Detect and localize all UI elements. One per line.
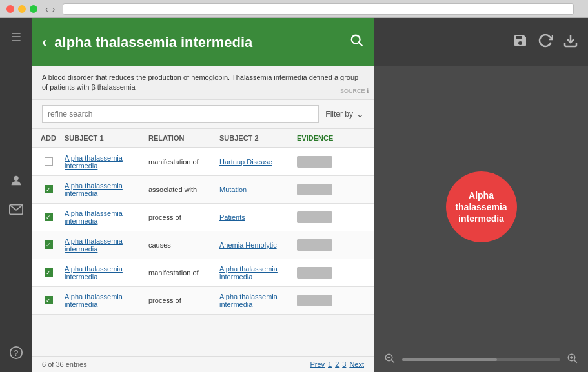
back-nav-button[interactable]: ‹ — [45, 4, 48, 14]
subject1-link-2[interactable]: Alpha thalassemia intermedia — [65, 182, 123, 197]
evidence-6 — [294, 293, 345, 308]
subject2-link-4[interactable]: Anemia Hemolytic — [219, 241, 277, 249]
evidence-5 — [294, 265, 345, 280]
table-row: Alpha thalassemia intermedia manifestati… — [32, 148, 374, 176]
right-panel: Alpha thalassemia intermedia — [374, 18, 588, 372]
subject1-link-3[interactable]: Alpha thalassemia intermedia — [65, 210, 123, 225]
pagination-bar: 6 of 36 entries Prev 1 2 3 Next — [32, 356, 374, 372]
row-checkbox-1[interactable] — [35, 155, 61, 168]
table-row: Alpha thalassemia intermedia manifestati… — [32, 259, 374, 287]
relation-4: causes — [145, 239, 216, 251]
left-header: ‹ alpha thalassemia intermedia — [32, 18, 374, 66]
subject2-6: Alpha thalassemia intermedia — [216, 291, 294, 310]
graph-area[interactable]: Alpha thalassemia intermedia — [374, 66, 588, 348]
page-1-link[interactable]: 1 — [328, 360, 332, 368]
evidence-bar-5 — [297, 267, 332, 279]
subject2-link-5[interactable]: Alpha thalassemia intermedia — [219, 265, 278, 280]
zoom-out-icon[interactable] — [384, 353, 396, 367]
zoom-slider[interactable] — [402, 358, 560, 361]
checkbox-5[interactable] — [45, 268, 53, 277]
subject2-link-3[interactable]: Patients — [219, 213, 245, 221]
svg-point-4 — [352, 35, 360, 44]
pagination-links: Prev 1 2 3 Next — [310, 360, 364, 368]
prev-link[interactable]: Prev — [310, 360, 325, 368]
help-icon[interactable]: ? — [3, 340, 29, 366]
address-bar[interactable] — [63, 3, 574, 15]
col-evidence: EVIDENCE — [294, 132, 345, 144]
subject1-5: Alpha thalassemia intermedia — [61, 263, 145, 282]
checkbox-6[interactable] — [45, 296, 53, 304]
search-filter-bar: Filter by ⌄ — [32, 100, 374, 129]
evidence-bar-2 — [297, 184, 332, 195]
next-link[interactable]: Next — [349, 360, 364, 368]
relation-6: process of — [145, 295, 216, 306]
chevron-down-icon: ⌄ — [356, 109, 364, 119]
data-table: ADD SUBJECT 1 RELATION SUBJECT 2 EVIDENC… — [32, 129, 374, 356]
subject1-link-6[interactable]: Alpha thalassemia intermedia — [65, 293, 123, 308]
node-label: Alpha thalassemia intermedia — [446, 183, 517, 231]
person-icon[interactable] — [3, 168, 29, 193]
relation-2: associated with — [145, 184, 216, 195]
table-row: Alpha thalassemia intermedia associated … — [32, 176, 374, 204]
checkbox-4[interactable] — [45, 240, 53, 249]
source-label: SOURCE ℹ — [340, 87, 369, 95]
description-text: A blood disorder that reduces the produc… — [42, 73, 358, 91]
traffic-lights — [6, 5, 37, 13]
subject2-link-6[interactable]: Alpha thalassemia intermedia — [219, 293, 278, 308]
description-area: A blood disorder that reduces the produc… — [32, 66, 374, 100]
evidence-2 — [294, 182, 345, 197]
header-title: alpha thalassemia intermedia — [54, 34, 342, 51]
row-checkbox-4[interactable] — [35, 239, 61, 251]
subject2-4: Anemia Hemolytic — [216, 239, 294, 251]
close-button[interactable] — [6, 5, 14, 13]
minimize-button[interactable] — [18, 5, 26, 13]
subject2-link-1[interactable]: Hartnup Disease — [219, 158, 272, 166]
refresh-icon[interactable] — [538, 33, 553, 52]
evidence-bar-4 — [297, 239, 332, 251]
left-panel: ‹ alpha thalassemia intermedia A blood d… — [32, 18, 374, 372]
subject1-link-5[interactable]: Alpha thalassemia intermedia — [65, 265, 123, 280]
page-3-link[interactable]: 3 — [342, 360, 346, 368]
far-left-sidebar: ☰ ? — [0, 18, 32, 372]
search-icon[interactable] — [350, 34, 364, 51]
row-checkbox-3[interactable] — [35, 211, 61, 223]
row-checkbox-2[interactable] — [35, 183, 61, 195]
checkbox-2[interactable] — [45, 185, 53, 193]
col-subject1: SUBJECT 1 — [61, 132, 145, 144]
svg-line-5 — [359, 43, 363, 46]
subject2-2: Mutation — [216, 184, 294, 195]
page-2-link[interactable]: 2 — [335, 360, 339, 368]
forward-nav-button[interactable]: › — [52, 4, 56, 14]
graph-node[interactable]: Alpha thalassemia intermedia — [446, 171, 517, 242]
zoom-track — [402, 358, 497, 361]
subject1-link-4[interactable]: Alpha thalassemia intermedia — [65, 237, 123, 253]
svg-line-8 — [391, 360, 394, 363]
subject1-3: Alpha thalassemia intermedia — [61, 208, 145, 227]
back-button[interactable]: ‹ — [42, 34, 46, 51]
subject1-6: Alpha thalassemia intermedia — [61, 291, 145, 310]
nav-buttons: ‹ › — [45, 4, 55, 14]
window-chrome: ‹ › — [0, 0, 588, 18]
svg-line-11 — [574, 360, 577, 363]
right-toolbar — [374, 18, 588, 66]
subject2-link-2[interactable]: Mutation — [219, 186, 247, 193]
row-checkbox-5[interactable] — [35, 266, 61, 279]
save-icon[interactable] — [512, 33, 528, 52]
zoom-in-icon[interactable] — [567, 353, 578, 367]
mail-icon[interactable] — [3, 197, 29, 222]
entries-label: 6 of 36 entries — [42, 360, 87, 368]
checkbox-1[interactable] — [45, 157, 53, 166]
subject2-1: Hartnup Disease — [216, 156, 294, 168]
row-checkbox-6[interactable] — [35, 294, 61, 306]
filter-by-button[interactable]: Filter by ⌄ — [325, 109, 364, 119]
subject1-2: Alpha thalassemia intermedia — [61, 180, 145, 199]
refine-search-input[interactable] — [42, 105, 319, 123]
relation-1: manifestation of — [145, 156, 216, 168]
checkbox-3[interactable] — [45, 213, 53, 221]
menu-icon[interactable]: ☰ — [3, 24, 29, 50]
subject1-link-1[interactable]: Alpha thalassemia intermedia — [65, 154, 123, 170]
evidence-4 — [294, 237, 345, 253]
col-subject2: SUBJECT 2 — [216, 132, 294, 144]
maximize-button[interactable] — [30, 5, 37, 13]
download-icon[interactable] — [563, 33, 578, 52]
